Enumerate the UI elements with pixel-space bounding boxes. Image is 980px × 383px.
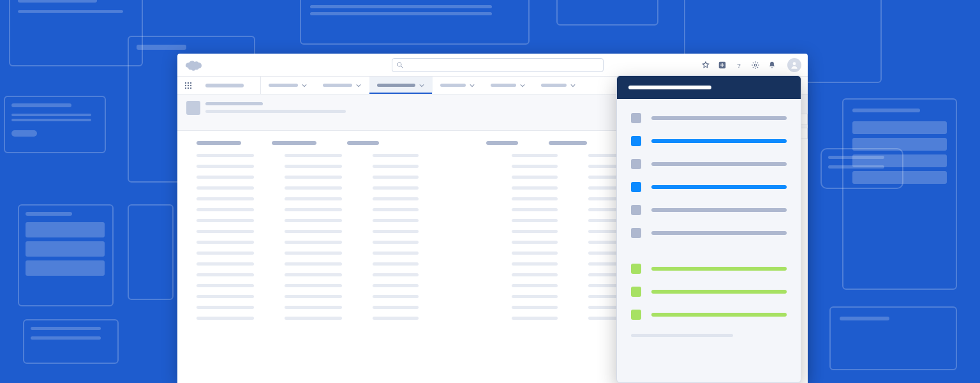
- table-cell: [512, 252, 558, 255]
- table-cell: [373, 306, 419, 309]
- table-cell: [285, 284, 342, 287]
- table-cell: [197, 197, 254, 200]
- table-cell: [512, 165, 558, 168]
- app-name: [199, 77, 260, 94]
- panel-item-icon: [631, 205, 641, 215]
- table-cell: [512, 241, 558, 244]
- table-cell: [373, 241, 419, 244]
- table-cell: [285, 197, 342, 200]
- cloud-icon: [184, 59, 202, 71]
- panel-item-icon: [631, 113, 641, 123]
- table-cell: [373, 262, 419, 266]
- panel-item[interactable]: [631, 310, 787, 320]
- svg-point-12: [185, 87, 186, 88]
- column-header[interactable]: [549, 141, 587, 145]
- table-cell: [197, 186, 254, 190]
- table-cell: [197, 295, 254, 298]
- panel-item-label: [651, 267, 787, 271]
- svg-point-4: [754, 64, 757, 66]
- panel-item[interactable]: [631, 205, 787, 215]
- table-cell: [285, 317, 342, 320]
- table-cell: [512, 176, 558, 179]
- table-cell: [197, 165, 254, 168]
- table-cell: [373, 165, 419, 168]
- table-cell: [285, 252, 342, 255]
- table-cell: [285, 241, 342, 244]
- table-cell: [197, 317, 254, 320]
- setup-gear-icon[interactable]: [750, 60, 761, 70]
- panel-item-icon: [631, 287, 641, 297]
- svg-line-1: [401, 66, 403, 68]
- notifications-bell-icon[interactable]: [767, 60, 777, 70]
- setup-dropdown-panel: [616, 75, 801, 383]
- svg-point-5: [793, 62, 796, 65]
- table-cell: [285, 219, 342, 222]
- panel-item[interactable]: [631, 264, 787, 274]
- svg-text:?: ?: [737, 62, 740, 68]
- table-cell: [373, 295, 419, 298]
- panel-item-label: [651, 185, 787, 189]
- column-header[interactable]: [272, 141, 316, 145]
- help-icon[interactable]: ?: [734, 60, 744, 70]
- panel-item-label: [651, 208, 787, 212]
- svg-point-7: [188, 82, 189, 83]
- table-cell: [197, 230, 254, 233]
- chevron-down-icon: [470, 83, 475, 88]
- svg-point-9: [185, 84, 186, 86]
- panel-item[interactable]: [631, 159, 787, 169]
- record-icon: [186, 101, 200, 115]
- svg-point-13: [188, 87, 189, 88]
- page-title: [205, 102, 263, 105]
- svg-point-14: [190, 87, 191, 88]
- panel-item-icon: [631, 159, 641, 169]
- panel-title: [628, 86, 711, 89]
- table-cell: [197, 284, 254, 287]
- table-cell: [373, 219, 419, 222]
- table-cell: [197, 219, 254, 222]
- table-cell: [285, 306, 342, 309]
- table-cell: [197, 306, 254, 309]
- panel-footer: [631, 334, 733, 337]
- table-cell: [197, 154, 254, 157]
- chevron-down-icon: [302, 83, 307, 88]
- panel-header: [617, 76, 801, 99]
- app-launcher-icon[interactable]: [177, 77, 199, 94]
- panel-item[interactable]: [631, 136, 787, 146]
- table-cell: [512, 230, 558, 233]
- table-cell: [373, 230, 419, 233]
- table-cell: [512, 208, 558, 211]
- nav-tab[interactable]: [533, 77, 584, 94]
- global-search[interactable]: [392, 58, 604, 72]
- table-cell: [197, 262, 254, 266]
- panel-item[interactable]: [631, 113, 787, 123]
- nav-tab-active[interactable]: [369, 77, 433, 94]
- table-cell: [197, 252, 254, 255]
- table-cell: [512, 295, 558, 298]
- nav-tab[interactable]: [433, 77, 483, 94]
- table-cell: [285, 295, 342, 298]
- panel-item-icon: [631, 264, 641, 274]
- panel-item-label: [651, 231, 787, 235]
- table-cell: [512, 317, 558, 320]
- column-header[interactable]: [197, 141, 241, 145]
- table-cell: [512, 262, 558, 266]
- nav-tab[interactable]: [483, 77, 533, 94]
- chevron-down-icon: [419, 83, 424, 88]
- column-header[interactable]: [486, 141, 518, 145]
- column-header[interactable]: [347, 141, 379, 145]
- nav-tab[interactable]: [315, 77, 369, 94]
- table-cell: [373, 252, 419, 255]
- svg-point-11: [190, 84, 191, 86]
- page-subtitle: [205, 110, 346, 113]
- nav-tab[interactable]: [261, 77, 315, 94]
- panel-item[interactable]: [631, 182, 787, 192]
- table-cell: [373, 208, 419, 211]
- favorites-icon[interactable]: [701, 60, 711, 70]
- table-cell: [285, 262, 342, 266]
- panel-item[interactable]: [631, 228, 787, 238]
- table-cell: [512, 306, 558, 309]
- search-icon: [396, 61, 404, 69]
- panel-item[interactable]: [631, 287, 787, 297]
- add-icon[interactable]: [717, 60, 727, 70]
- profile-avatar[interactable]: [787, 58, 801, 72]
